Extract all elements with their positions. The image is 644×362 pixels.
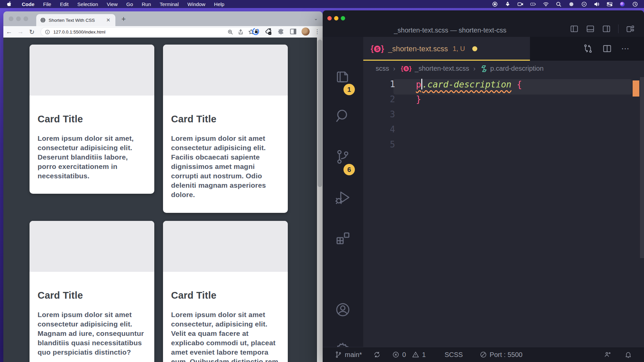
back-button[interactable]: ← [3, 28, 15, 36]
site-info-icon[interactable] [45, 29, 50, 35]
circle-slash-icon [480, 351, 487, 358]
git-branch-status[interactable]: main* [335, 351, 362, 359]
open-changes-icon[interactable] [583, 44, 593, 54]
window-close-button[interactable] [9, 16, 13, 21]
side-panel-icon[interactable] [289, 28, 297, 35]
overview-ruler-warning-marker [633, 80, 639, 97]
language-mode[interactable]: SCSS [444, 351, 463, 359]
play-circle-icon[interactable] [581, 1, 587, 7]
card-title: Card Title [38, 290, 146, 301]
menu-item-help[interactable]: Help [210, 1, 229, 7]
explorer-icon[interactable] [335, 69, 351, 85]
menu-item-edit[interactable]: Edit [56, 1, 73, 7]
more-actions-icon[interactable]: ⋯ [621, 44, 630, 53]
editor-scrollbar[interactable] [640, 77, 644, 258]
breadcrumb-file[interactable]: _shorten-text.scss [415, 65, 469, 72]
menu-item-selection[interactable]: Selection [73, 1, 103, 7]
zoom-icon[interactable] [227, 29, 233, 35]
toggle-sidebar-icon[interactable] [570, 24, 579, 33]
apple-logo-icon[interactable] [7, 1, 11, 7]
password-manager-extension-icon[interactable] [252, 27, 260, 36]
wifi-icon[interactable] [543, 1, 549, 7]
card-image-placeholder [30, 45, 154, 96]
extensions-puzzle-icon[interactable] [277, 28, 285, 36]
tab-close-icon[interactable]: ✕ [105, 17, 111, 23]
screen-record-icon[interactable] [518, 1, 523, 7]
record-icon[interactable] [492, 1, 498, 7]
activity-bar: 1 6 [323, 37, 363, 347]
reload-button[interactable]: ↻ [26, 28, 38, 36]
menu-item-app[interactable]: Code [17, 1, 39, 7]
tab-overflow-chevron-icon[interactable]: ⌄ [314, 15, 318, 21]
vscode-title-bar: _shorten-text.scss — shorten-text-css [323, 10, 644, 37]
siri-icon[interactable] [620, 1, 625, 7]
account-icon[interactable] [335, 302, 351, 318]
search-icon[interactable] [335, 108, 351, 124]
new-tab-button[interactable]: + [121, 15, 126, 23]
menu-item-window[interactable]: Window [183, 1, 210, 7]
menu-item-go[interactable]: Go [122, 1, 138, 7]
address-bar[interactable]: 127.0.0.1:5500/index.html [41, 27, 258, 36]
code-line-2: } [395, 94, 421, 104]
page-scrollbar-thumb[interactable] [318, 40, 322, 187]
share-icon[interactable] [238, 29, 244, 35]
run-debug-icon[interactable] [335, 189, 351, 205]
toggle-panel-icon[interactable] [586, 24, 595, 33]
browser-menu-icon[interactable]: ⋮ [314, 28, 320, 35]
breadcrumb-symbol[interactable]: p.card-description [490, 65, 544, 72]
clock-icon[interactable] [632, 1, 638, 7]
forward-button[interactable]: → [15, 28, 26, 36]
toggle-secondary-sidebar-icon[interactable] [602, 24, 611, 33]
url-text[interactable]: 127.0.0.1:5500/index.html [53, 29, 223, 35]
menu-item-terminal[interactable]: Terminal [155, 1, 183, 7]
web-page: Card Title Lorem ipsum dolor sit amet, c… [3, 38, 323, 362]
live-server-port[interactable]: Port : 5500 [480, 351, 523, 359]
profile-avatar[interactable] [302, 27, 310, 36]
problems-status[interactable]: 0 1 [392, 351, 426, 359]
card: Card Title Lorem ipsum dolor sit amet, c… [30, 45, 154, 194]
tab-title: Shorten Text With CSS [49, 18, 105, 23]
window-close-button[interactable] [327, 16, 332, 20]
window-zoom-button[interactable] [23, 16, 28, 21]
errors-icon [392, 351, 399, 358]
search-icon[interactable] [556, 1, 561, 7]
customize-layout-icon[interactable] [626, 24, 635, 33]
browser-toolbar: ← → ↻ 127.0.0.1:5500/index.html ⋮ [3, 26, 323, 38]
card-image-placeholder [163, 45, 288, 96]
split-editor-icon[interactable] [602, 44, 612, 53]
status-bar-right [604, 351, 644, 358]
page-scrollbar[interactable] [317, 38, 323, 362]
window-minimize-button[interactable] [16, 16, 21, 21]
card-title: Card Title [38, 114, 146, 125]
eyedropper-extension-icon[interactable] [264, 27, 272, 36]
menu-item-view[interactable]: View [102, 1, 122, 7]
globe-favicon-icon [40, 17, 46, 23]
breadcrumb-folder[interactable]: scss [376, 65, 389, 72]
menu-item-file[interactable]: File [39, 1, 56, 7]
sync-changes-button[interactable] [373, 351, 381, 358]
extension-icons: ⋮ [252, 27, 320, 36]
menu-item-run[interactable]: Run [138, 1, 156, 7]
camera-dot-icon[interactable] [569, 1, 574, 7]
notifications-bell-icon[interactable] [625, 351, 632, 358]
source-control-icon[interactable] [335, 149, 351, 165]
control-center-icon[interactable] [607, 1, 612, 7]
volume-icon[interactable] [594, 1, 600, 7]
editor-tab[interactable]: {S} _shorten-text.scss 1, U [363, 37, 530, 61]
card-image-placeholder [30, 221, 154, 272]
browser-tab[interactable]: Shorten Text With CSS ✕ [36, 14, 115, 26]
window-minimize-button[interactable] [334, 16, 338, 20]
rocket-icon[interactable] [505, 1, 511, 7]
window-title: _shorten-text.scss — shorten-text-css [353, 26, 547, 34]
vscode-window: _shorten-text.scss — shorten-text-css 1 … [323, 10, 644, 362]
feedback-icon[interactable] [604, 351, 611, 358]
unsaved-changes-dot-icon[interactable] [472, 46, 477, 51]
extensions-icon[interactable] [335, 231, 351, 247]
window-zoom-button[interactable] [341, 16, 345, 20]
code-editor[interactable]: 1 p.card-description { 2 } 3 4 5 [363, 76, 644, 347]
branch-icon [335, 351, 342, 358]
battery-icon[interactable] [530, 1, 536, 7]
editor-tab-bar: {S} _shorten-text.scss 1, U ⋯ [363, 37, 644, 61]
card: Card Title Lorem ipsum dolor sit amet co… [30, 221, 154, 362]
line-number: 5 [363, 139, 395, 149]
